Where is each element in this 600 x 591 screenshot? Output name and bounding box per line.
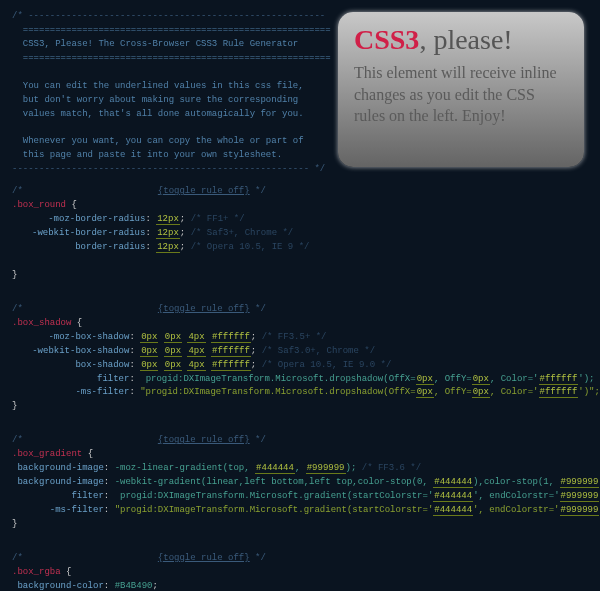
demo-title-a: CSS3 [354,24,419,55]
value-blur[interactable]: 4px [187,346,205,357]
value-off-x[interactable]: 0px [416,387,434,398]
toggle-rule-link[interactable]: {toggle rule off} [158,435,250,445]
value-end-color[interactable]: #999999 [560,477,600,488]
rule-box-gradient: /* {toggle rule off} */ .box_gradient { … [12,434,588,532]
value-blur[interactable]: 4px [187,360,205,371]
value-color[interactable]: #ffffff [539,387,579,398]
rule-box-shadow: /* {toggle rule off} */ .box_shadow { -m… [12,303,588,415]
rule-box-round: /* {toggle rule off} */ .box_round { -mo… [12,185,588,283]
intro-text: Whenever you want, you can copy the whol… [23,136,304,146]
value-color[interactable]: #ffffff [211,332,251,343]
rule-box-rgba: /* {toggle rule off} */ .box_rgba { back… [12,552,588,591]
selector: .box_shadow [12,318,71,328]
value-off-y[interactable]: 0px [164,360,182,371]
value-radius[interactable]: 12px [156,228,180,239]
value-start-color[interactable]: #444444 [433,491,473,502]
intro-text: values match, that's all done automagica… [23,109,304,119]
selector: .box_gradient [12,449,82,459]
value-hex: #B4B490 [115,581,153,591]
intro-text: but don't worry about making sure the co… [23,95,298,105]
value-off-y[interactable]: 0px [164,332,182,343]
value-off-y[interactable]: 0px [164,346,182,357]
value-radius[interactable]: 12px [156,214,180,225]
value-blur[interactable]: 4px [187,332,205,343]
demo-preview-panel: CSS3, please! This element will receive … [338,12,584,167]
toggle-rule-link[interactable]: {toggle rule off} [158,553,250,563]
selector: .box_round [12,200,66,210]
demo-title-b: , please! [419,24,512,55]
value-color[interactable]: #ffffff [211,360,251,371]
demo-description: This element will receive inline changes… [354,62,568,127]
value-off-x[interactable]: 0px [140,332,158,343]
value-off-x[interactable]: 0px [416,374,434,385]
value-color[interactable]: #ffffff [211,346,251,357]
value-start-color[interactable]: #444444 [433,477,473,488]
value-end-color[interactable]: #999999 [560,505,600,516]
demo-title: CSS3, please! [354,26,568,54]
value-end-color[interactable]: #999999 [560,491,600,502]
value-start-color[interactable]: #444444 [433,505,473,516]
intro-text: You can edit the underlined values in th… [23,81,304,91]
value-start-color[interactable]: #444444 [255,463,295,474]
toggle-rule-link[interactable]: {toggle rule off} [158,186,250,196]
value-off-x[interactable]: 0px [140,346,158,357]
comment-line: ========================================… [12,25,331,35]
comment-line: ========================================… [12,53,331,63]
comment-line: ----------------------------------------… [12,164,325,174]
value-end-color[interactable]: #999999 [306,463,346,474]
comment-line: /* -------------------------------------… [12,11,325,21]
value-off-y[interactable]: 0px [472,374,490,385]
value-radius[interactable]: 12px [156,242,180,253]
title: CSS3, Please! The Cross-Browser CSS3 Rul… [23,39,298,49]
value-color[interactable]: #ffffff [539,374,579,385]
value-off-x[interactable]: 0px [140,360,158,371]
intro-text: this page and paste it into your own sty… [23,150,282,160]
value-off-y[interactable]: 0px [472,387,490,398]
toggle-rule-link[interactable]: {toggle rule off} [158,304,250,314]
selector: .box_rgba [12,567,61,577]
